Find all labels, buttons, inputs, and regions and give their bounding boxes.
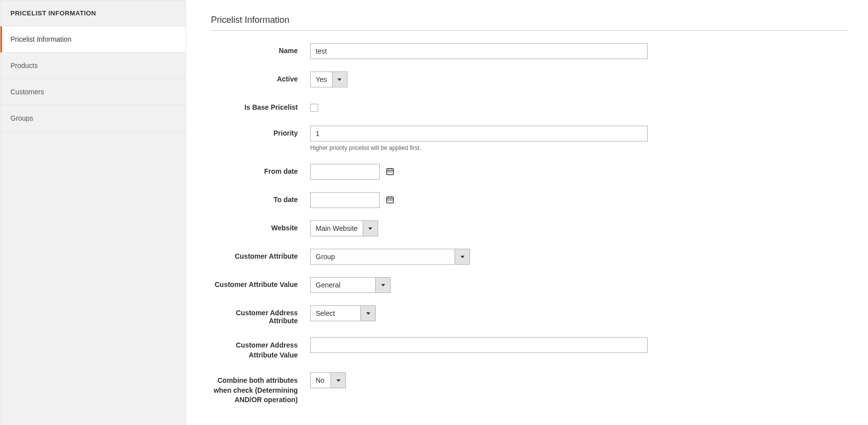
chevron-down-icon[interactable] — [375, 278, 390, 292]
active-select-value: Yes — [311, 72, 332, 87]
customer-attribute-label: Customer Attribute — [211, 249, 310, 260]
calendar-icon[interactable] — [386, 167, 396, 177]
sidebar-item-groups[interactable]: Groups — [0, 105, 186, 132]
sidebar-header: PRICELIST INFORMATION — [0, 0, 186, 26]
customer-attribute-value-select-value: General — [311, 278, 375, 292]
website-select-value: Main Website — [311, 221, 363, 236]
is-base-label: Is Base Pricelist — [211, 100, 310, 111]
name-label: Name — [211, 43, 310, 55]
to-date-label: To date — [211, 192, 310, 204]
chevron-down-icon[interactable] — [363, 221, 378, 236]
customer-attribute-select[interactable]: Group — [310, 249, 470, 265]
combine-select-value: No — [311, 373, 331, 388]
customer-address-attribute-select[interactable]: Select — [310, 305, 376, 321]
combine-select[interactable]: No — [310, 372, 346, 388]
active-select[interactable]: Yes — [310, 71, 347, 87]
section-title: Pricelist Information — [211, 15, 848, 31]
is-base-checkbox[interactable] — [310, 104, 318, 112]
website-select[interactable]: Main Website — [310, 220, 378, 236]
to-date-input[interactable] — [310, 192, 380, 208]
combine-label: Combine both attributes when check (Dete… — [211, 372, 310, 405]
customer-address-attribute-value-input[interactable] — [310, 337, 648, 353]
from-date-label: From date — [211, 164, 310, 175]
sidebar-item-customers[interactable]: Customers — [0, 79, 186, 105]
priority-label: Priority — [211, 126, 310, 137]
customer-address-attribute-label: Customer Address Attribute — [211, 305, 310, 325]
chevron-down-icon[interactable] — [332, 72, 347, 87]
customer-attribute-value-label: Customer Attribute Value — [211, 277, 310, 288]
sidebar-item-products[interactable]: Products — [0, 53, 186, 79]
chevron-down-icon[interactable] — [455, 249, 469, 264]
chevron-down-icon[interactable] — [331, 373, 345, 388]
priority-input[interactable] — [310, 126, 648, 142]
customer-attribute-select-value: Group — [311, 249, 455, 264]
sidebar: PRICELIST INFORMATION Pricelist Informat… — [0, 0, 186, 425]
customer-attribute-value-select[interactable]: General — [310, 277, 391, 293]
customer-address-attribute-value-label: Customer Address Attribute Value — [211, 337, 310, 360]
calendar-icon[interactable] — [386, 195, 396, 205]
active-label: Active — [211, 71, 310, 83]
name-input[interactable] — [310, 43, 648, 59]
main-content: Pricelist Information Name Active Yes Is… — [186, 0, 868, 425]
chevron-down-icon[interactable] — [360, 306, 375, 321]
sidebar-item-pricelist-information[interactable]: Pricelist Information — [0, 26, 186, 53]
website-label: Website — [211, 220, 310, 232]
from-date-input[interactable] — [310, 164, 380, 180]
customer-address-attribute-select-value: Select — [311, 306, 360, 321]
priority-help: Higher priority pricelist will be applie… — [310, 144, 658, 151]
